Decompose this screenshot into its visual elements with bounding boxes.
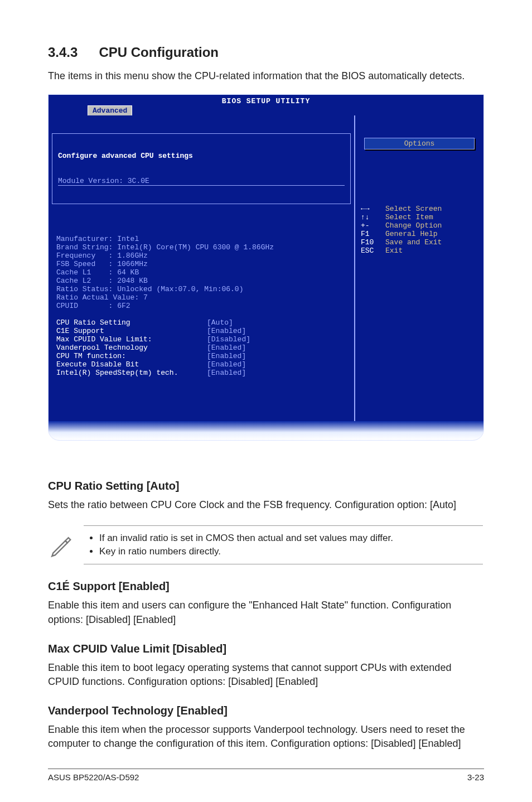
section-number: 3.4.3 [48,45,78,60]
bios-panel: BIOS SETUP UTILITY Advanced Configure ad… [48,94,484,441]
legend-key-3: F1 [361,230,385,238]
bios-info-7: Ratio Actual Value: 7 [56,293,148,302]
note-text: If an invalid ratio is set in CMOS then … [84,525,483,564]
bios-setting-0[interactable]: CPU Ratio Setting[Auto] [56,318,233,327]
options-label: Options [364,138,475,149]
sub2-body: Enable this item and users can configure… [48,598,484,626]
legend-lbl-0: Select Screen [385,205,442,213]
bios-setting-5[interactable]: Execute Disable Bit[Enabled] [56,360,246,369]
legend-lbl-5: Exit [385,247,403,255]
bios-setting-0-label: CPU Ratio Setting [56,318,207,327]
bios-setting-3-label: Vanderpool Technology [56,344,207,352]
bios-setting-3-value: [Enabled] [207,344,246,352]
section-heading: 3.4.3 CPU Configuration [48,45,484,60]
bios-tab-advanced[interactable]: Advanced [88,105,132,115]
legend-lbl-4: Save and Exit [385,238,442,247]
bios-setting-6-label: Intel(R) SpeedStep(tm) tech. [56,369,207,377]
bios-title: BIOS SETUP UTILITY [49,95,483,105]
bios-setting-2-value: [Disabled] [207,335,250,344]
bios-info-1: Brand String: Intel(R) Core(TM) CPU 6300… [56,243,274,252]
bios-tabs: Advanced [49,105,483,115]
bios-info-8: CPUID : 6F2 [56,302,130,310]
legend-lbl-1: Select Item [385,213,433,221]
legend-lbl-3: General Help [385,230,438,238]
section-title-text: CPU Configuration [99,45,219,60]
note-item-0: If an invalid ratio is set in CMOS then … [99,532,480,545]
bios-info-0: Manufacturer: Intel [56,235,139,243]
bios-setting-2[interactable]: Max CPUID Value Limit:[Disabled] [56,335,250,344]
bios-footer-curve [49,421,483,440]
page-footer: ASUS BP5220/AS-D592 3-23 [48,769,484,782]
bios-left-pane: Configure advanced CPU settings Module V… [49,115,355,421]
bios-right-pane: Options ←→Select Screen ↑↓Select Item +-… [355,115,483,421]
bios-setting-4[interactable]: CPU TM function:[Enabled] [56,352,246,360]
bios-info-5: Cache L2 : 2048 KB [56,277,148,285]
legend-key-2: +- [361,221,385,230]
bios-setting-5-label: Execute Disable Bit [56,360,207,369]
sub1-heading: CPU Ratio Setting [Auto] [48,480,484,492]
note-box: If an invalid ratio is set in CMOS then … [48,525,483,564]
footer-right: 3-23 [467,772,484,782]
legend-key-1: ↑↓ [361,213,385,221]
bios-setting-4-value: [Enabled] [207,352,246,360]
bios-setting-1-label: C1E Support [56,327,207,335]
sub1-body: Sets the ratio between CPU Core Clock an… [48,498,484,512]
legend-key-4: F10 [361,238,385,247]
legend-lbl-2: Change Option [385,221,442,230]
legend-key-0: ←→ [361,205,385,213]
sub2-heading: C1É Support [Enabled] [48,580,484,593]
footer-left: ASUS BP5220/AS-D592 [48,772,139,782]
bios-setting-4-label: CPU TM function: [56,352,207,360]
bios-setting-1-value: [Enabled] [207,327,246,335]
bios-setting-6[interactable]: Intel(R) SpeedStep(tm) tech.[Enabled] [56,369,246,377]
bios-box-title: Configure advanced CPU settings [58,152,345,160]
sub4-heading: Vanderpool Technology [Enabled] [48,704,484,717]
bios-module-line: Module Version: 3C.0E [58,177,345,186]
bios-setting-3[interactable]: Vanderpool Technology[Enabled] [56,344,246,352]
bios-info-3: FSB Speed : 1066MHz [56,260,148,268]
bios-info-4: Cache L1 : 64 KB [56,268,139,277]
sub3-heading: Max CPUID Value Limit [Disabled] [48,642,484,655]
bios-legend: ←→Select Screen ↑↓Select Item +-Change O… [361,196,478,263]
bios-setting-0-value: [Auto] [207,318,233,327]
legend-key-5: ESC [361,247,385,255]
bios-info-2: Frequency : 1.86GHz [56,252,148,260]
bios-setting-6-value: [Enabled] [207,369,246,377]
intro-paragraph: The items in this menu show the CPU-rela… [48,69,484,83]
sub4-body: Enable this item when the processor supp… [48,723,484,751]
pencil-note-icon [48,533,72,557]
bios-setting-1[interactable]: C1E Support[Enabled] [56,327,246,335]
sub3-body: Enable this item to boot legacy operatin… [48,661,484,689]
bios-info-6: Ratio Status: Unlocked (Max:07.0, Min:06… [56,285,243,293]
note-item-1: Key in ratio numbers directly. [99,545,480,558]
bios-setting-2-label: Max CPUID Value Limit: [56,335,207,344]
bios-setting-5-value: [Enabled] [207,360,246,369]
